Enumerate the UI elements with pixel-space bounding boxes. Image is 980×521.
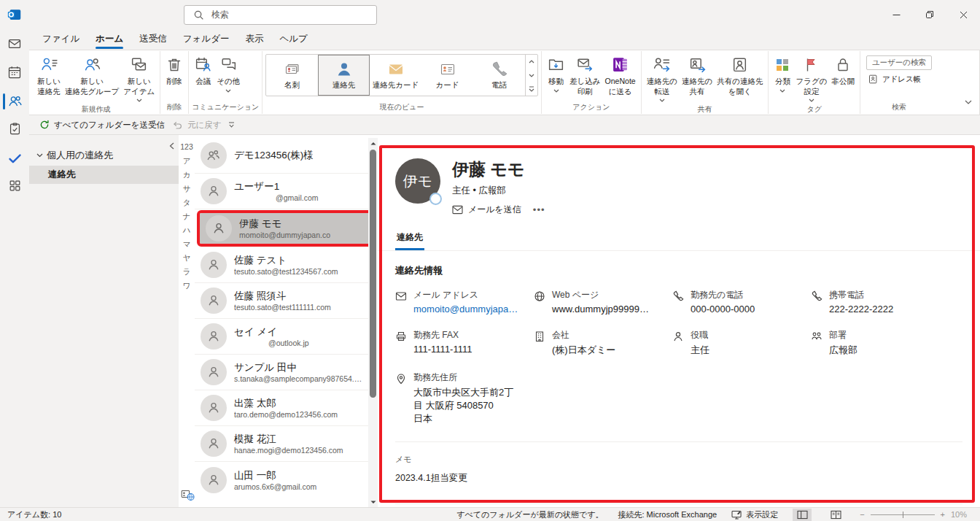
gallery-more-icon	[526, 82, 537, 96]
list-item[interactable]: 模擬 花江hanae.mogi@demo123456.com	[195, 426, 378, 462]
list-item-selected[interactable]: 伊藤 モモmomoito@dummyjapan.co	[200, 213, 373, 244]
delete-button[interactable]: 削除	[163, 51, 185, 88]
fax-icon	[395, 331, 407, 342]
onenote-button[interactable]: OneNote に送る	[603, 51, 638, 98]
restore-button[interactable]	[913, 0, 946, 29]
private-button[interactable]: 非公開	[829, 51, 857, 88]
ribbon-group-delete: 削除 削除	[160, 51, 188, 114]
list-item[interactable]: デモ123456(株)様	[195, 138, 378, 174]
collapse-pane-icon[interactable]	[169, 142, 174, 150]
address-book-button[interactable]: アドレス帳	[866, 74, 932, 85]
todo-nav-icon[interactable]	[0, 150, 29, 166]
people-icon	[811, 331, 822, 342]
meeting-button[interactable]: 会議	[192, 51, 214, 88]
new-contact-group-button[interactable]: 新しい 連絡先グループ	[63, 51, 121, 98]
view-contact[interactable]: 連絡先	[318, 55, 370, 96]
more-apps-icon[interactable]	[0, 179, 29, 195]
close-button[interactable]	[946, 0, 980, 29]
field-web: Web ページwww.dummyjp99999…	[534, 289, 672, 314]
list-item[interactable]: 佐藤 テストtesuto.sato@test1234567.com	[195, 247, 378, 283]
move-button[interactable]: 移動	[545, 51, 567, 94]
list-scrollbar[interactable]	[368, 138, 378, 507]
forward-contact-button[interactable]: 連絡先の 転送	[645, 51, 680, 104]
view-contact-card[interactable]: 連絡先カード	[370, 55, 421, 96]
minimize-button[interactable]	[879, 0, 913, 29]
tab-send-receive[interactable]: 送受信	[132, 30, 174, 50]
view-business-card[interactable]: 名刺	[266, 55, 318, 96]
folder-root[interactable]: 個人用の連絡先	[29, 147, 179, 164]
tab-file[interactable]: ファイル	[35, 30, 87, 50]
tab-home[interactable]: ホーム	[88, 30, 131, 50]
zoom-slider[interactable]	[871, 514, 935, 515]
new-item-button[interactable]: 新しい アイテム	[121, 51, 157, 104]
folder-item-contacts[interactable]: 連絡先	[29, 166, 179, 184]
zoom-out-icon[interactable]: −	[860, 510, 864, 519]
gallery-scrollbar[interactable]	[525, 55, 537, 96]
search-input[interactable]: 検索	[184, 5, 377, 25]
selection-annotation: 伊藤 モモmomoito@dummyjapan.co	[197, 210, 376, 247]
scrollbar-thumb[interactable]	[370, 150, 376, 398]
reading-pane-view-button[interactable]	[793, 509, 812, 521]
location-pin-icon	[395, 373, 407, 385]
view-gallery: 名刺 連絡先 連絡先カード	[265, 54, 538, 96]
send-receive-all-button[interactable]: すべてのフォルダーを送受信	[39, 120, 165, 131]
mail-nav-icon[interactable]	[0, 36, 29, 53]
chevron-down-icon	[136, 99, 142, 102]
chevron-down-icon	[659, 99, 665, 102]
move-folder-icon	[547, 55, 565, 74]
ribbon-collapse-icon[interactable]	[965, 100, 972, 104]
other-button[interactable]: その他	[214, 51, 242, 94]
mail-merge-button[interactable]: 差し込み 印刷	[567, 51, 603, 98]
group-label-actions: アクション	[545, 101, 638, 114]
folders-status: すべてのフォルダーが最新の状態です。	[456, 509, 603, 520]
group-avatar-icon	[201, 142, 227, 169]
notes-section: メモ 2023.4.1担当変更	[378, 442, 980, 485]
view-card[interactable]: カード	[421, 55, 473, 96]
undo-button[interactable]: 元に戻す	[172, 120, 222, 131]
list-item[interactable]: 出藻 太郎taro.demo@demo123456.com	[195, 390, 378, 426]
qat-customize-icon[interactable]	[228, 122, 235, 128]
more-actions-button[interactable]: •••	[533, 204, 545, 215]
tab-view[interactable]: 表示	[238, 30, 271, 50]
categorize-button[interactable]: 分類	[771, 51, 793, 94]
email-link[interactable]: momoito@dummyjapa…	[413, 304, 518, 314]
chevron-down-icon	[553, 89, 559, 93]
view-phone[interactable]: 電話	[473, 55, 525, 96]
list-item[interactable]: サンプル 田中s.tanaka@samplecompany987654.…	[195, 355, 378, 390]
book-view-button[interactable]	[826, 509, 845, 521]
flag-button[interactable]: フラグの 設定	[793, 51, 829, 104]
find-user-input[interactable]: ユーザーの検索	[866, 55, 932, 70]
alphabet-index[interactable]: 123アカサタナハマヤラワ	[179, 135, 195, 507]
contact-source-icon[interactable]	[181, 490, 195, 501]
outlook-logo-icon	[0, 7, 29, 23]
list-item[interactable]: 佐藤 照須斗tesuto.sato@test111111.com	[195, 283, 378, 319]
envelope-card-icon	[386, 61, 405, 78]
display-settings-icon	[731, 510, 742, 520]
ribbon-group-new: 新しい 連絡先 新しい 連絡先グループ 新しい アイテム 新規作成	[32, 51, 160, 114]
tab-contact-detail[interactable]: 連絡先	[395, 228, 424, 250]
new-contact-group-icon	[83, 55, 101, 74]
display-settings-button[interactable]: 表示設定	[731, 509, 778, 520]
tasks-nav-icon[interactable]	[0, 122, 29, 138]
new-contact-button[interactable]: 新しい 連絡先	[35, 51, 63, 98]
list-item[interactable]: 山田 一郎arumos.6x6@gmail.com	[195, 462, 378, 498]
send-mail-button[interactable]: メールを送信	[452, 204, 521, 216]
calendar-nav-icon[interactable]	[0, 65, 29, 81]
address-book-icon	[868, 74, 879, 85]
scroll-up-icon[interactable]	[368, 138, 378, 148]
zoom-in-icon[interactable]: +	[941, 510, 945, 519]
tab-help[interactable]: ヘルプ	[272, 30, 314, 50]
people-nav-icon[interactable]	[0, 93, 29, 109]
quick-access-toolbar: すべてのフォルダーを送受信 元に戻す	[29, 115, 980, 135]
person-avatar-icon	[201, 359, 227, 385]
open-shared-contacts-button[interactable]: 共有の連絡先 を開く	[715, 51, 765, 98]
ribbon-group-current-view: 名刺 連絡先 連絡先カード	[262, 51, 541, 114]
chevron-down-icon	[225, 89, 231, 93]
list-item[interactable]: ユーザー1@gmail.com	[195, 174, 378, 209]
list-item[interactable]: セイ メイ@outlook.jp	[195, 319, 378, 355]
share-contact-button[interactable]: 連絡先の 共有	[680, 51, 715, 98]
undo-icon	[172, 120, 183, 131]
divider	[395, 503, 962, 504]
tab-folder[interactable]: フォルダー	[176, 30, 237, 50]
scroll-down-icon[interactable]	[368, 497, 378, 507]
